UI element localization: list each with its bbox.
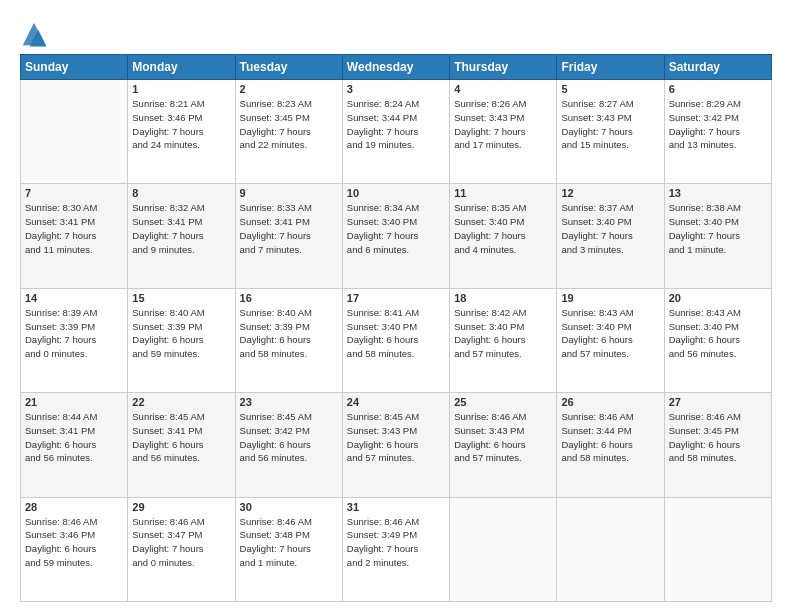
day-cell: 22Sunrise: 8:45 AM Sunset: 3:41 PM Dayli…: [128, 393, 235, 497]
day-cell: 13Sunrise: 8:38 AM Sunset: 3:40 PM Dayli…: [664, 184, 771, 288]
day-cell: 27Sunrise: 8:46 AM Sunset: 3:45 PM Dayli…: [664, 393, 771, 497]
day-number: 14: [25, 292, 123, 304]
day-number: 26: [561, 396, 659, 408]
day-cell: 15Sunrise: 8:40 AM Sunset: 3:39 PM Dayli…: [128, 288, 235, 392]
day-info: Sunrise: 8:32 AM Sunset: 3:41 PM Dayligh…: [132, 201, 230, 256]
day-number: 18: [454, 292, 552, 304]
day-number: 21: [25, 396, 123, 408]
day-number: 4: [454, 83, 552, 95]
header: [20, 16, 772, 48]
header-thursday: Thursday: [450, 55, 557, 80]
logo-icon: [20, 20, 48, 48]
day-cell: 10Sunrise: 8:34 AM Sunset: 3:40 PM Dayli…: [342, 184, 449, 288]
day-info: Sunrise: 8:24 AM Sunset: 3:44 PM Dayligh…: [347, 97, 445, 152]
day-cell: 30Sunrise: 8:46 AM Sunset: 3:48 PM Dayli…: [235, 497, 342, 601]
day-info: Sunrise: 8:46 AM Sunset: 3:46 PM Dayligh…: [25, 515, 123, 570]
header-friday: Friday: [557, 55, 664, 80]
week-row-1: 1Sunrise: 8:21 AM Sunset: 3:46 PM Daylig…: [21, 80, 772, 184]
day-number: 27: [669, 396, 767, 408]
day-cell: 26Sunrise: 8:46 AM Sunset: 3:44 PM Dayli…: [557, 393, 664, 497]
day-number: 10: [347, 187, 445, 199]
day-info: Sunrise: 8:21 AM Sunset: 3:46 PM Dayligh…: [132, 97, 230, 152]
day-cell: 14Sunrise: 8:39 AM Sunset: 3:39 PM Dayli…: [21, 288, 128, 392]
day-info: Sunrise: 8:46 AM Sunset: 3:49 PM Dayligh…: [347, 515, 445, 570]
day-cell: 1Sunrise: 8:21 AM Sunset: 3:46 PM Daylig…: [128, 80, 235, 184]
day-cell: 24Sunrise: 8:45 AM Sunset: 3:43 PM Dayli…: [342, 393, 449, 497]
day-cell: 20Sunrise: 8:43 AM Sunset: 3:40 PM Dayli…: [664, 288, 771, 392]
day-number: 23: [240, 396, 338, 408]
day-cell: 4Sunrise: 8:26 AM Sunset: 3:43 PM Daylig…: [450, 80, 557, 184]
calendar-page: SundayMondayTuesdayWednesdayThursdayFrid…: [0, 0, 792, 612]
day-info: Sunrise: 8:35 AM Sunset: 3:40 PM Dayligh…: [454, 201, 552, 256]
day-info: Sunrise: 8:23 AM Sunset: 3:45 PM Dayligh…: [240, 97, 338, 152]
day-cell: 28Sunrise: 8:46 AM Sunset: 3:46 PM Dayli…: [21, 497, 128, 601]
day-cell: 18Sunrise: 8:42 AM Sunset: 3:40 PM Dayli…: [450, 288, 557, 392]
day-number: 29: [132, 501, 230, 513]
day-number: 25: [454, 396, 552, 408]
day-number: 17: [347, 292, 445, 304]
day-cell: [557, 497, 664, 601]
day-cell: 7Sunrise: 8:30 AM Sunset: 3:41 PM Daylig…: [21, 184, 128, 288]
day-number: 19: [561, 292, 659, 304]
day-info: Sunrise: 8:45 AM Sunset: 3:43 PM Dayligh…: [347, 410, 445, 465]
day-number: 7: [25, 187, 123, 199]
day-number: 13: [669, 187, 767, 199]
day-info: Sunrise: 8:40 AM Sunset: 3:39 PM Dayligh…: [240, 306, 338, 361]
day-number: 8: [132, 187, 230, 199]
day-number: 6: [669, 83, 767, 95]
day-number: 20: [669, 292, 767, 304]
day-cell: 2Sunrise: 8:23 AM Sunset: 3:45 PM Daylig…: [235, 80, 342, 184]
day-cell: [450, 497, 557, 601]
day-info: Sunrise: 8:46 AM Sunset: 3:43 PM Dayligh…: [454, 410, 552, 465]
day-cell: 29Sunrise: 8:46 AM Sunset: 3:47 PM Dayli…: [128, 497, 235, 601]
day-info: Sunrise: 8:43 AM Sunset: 3:40 PM Dayligh…: [561, 306, 659, 361]
day-info: Sunrise: 8:46 AM Sunset: 3:45 PM Dayligh…: [669, 410, 767, 465]
day-info: Sunrise: 8:42 AM Sunset: 3:40 PM Dayligh…: [454, 306, 552, 361]
day-number: 30: [240, 501, 338, 513]
day-number: 24: [347, 396, 445, 408]
day-number: 15: [132, 292, 230, 304]
day-number: 1: [132, 83, 230, 95]
day-info: Sunrise: 8:26 AM Sunset: 3:43 PM Dayligh…: [454, 97, 552, 152]
day-info: Sunrise: 8:34 AM Sunset: 3:40 PM Dayligh…: [347, 201, 445, 256]
header-monday: Monday: [128, 55, 235, 80]
day-number: 11: [454, 187, 552, 199]
day-cell: 3Sunrise: 8:24 AM Sunset: 3:44 PM Daylig…: [342, 80, 449, 184]
day-number: 2: [240, 83, 338, 95]
day-number: 9: [240, 187, 338, 199]
day-info: Sunrise: 8:38 AM Sunset: 3:40 PM Dayligh…: [669, 201, 767, 256]
day-info: Sunrise: 8:29 AM Sunset: 3:42 PM Dayligh…: [669, 97, 767, 152]
day-info: Sunrise: 8:40 AM Sunset: 3:39 PM Dayligh…: [132, 306, 230, 361]
day-cell: 5Sunrise: 8:27 AM Sunset: 3:43 PM Daylig…: [557, 80, 664, 184]
day-number: 16: [240, 292, 338, 304]
day-number: 28: [25, 501, 123, 513]
header-wednesday: Wednesday: [342, 55, 449, 80]
day-info: Sunrise: 8:43 AM Sunset: 3:40 PM Dayligh…: [669, 306, 767, 361]
day-cell: 9Sunrise: 8:33 AM Sunset: 3:41 PM Daylig…: [235, 184, 342, 288]
day-info: Sunrise: 8:44 AM Sunset: 3:41 PM Dayligh…: [25, 410, 123, 465]
day-cell: 16Sunrise: 8:40 AM Sunset: 3:39 PM Dayli…: [235, 288, 342, 392]
day-info: Sunrise: 8:45 AM Sunset: 3:41 PM Dayligh…: [132, 410, 230, 465]
header-sunday: Sunday: [21, 55, 128, 80]
day-info: Sunrise: 8:41 AM Sunset: 3:40 PM Dayligh…: [347, 306, 445, 361]
week-row-2: 7Sunrise: 8:30 AM Sunset: 3:41 PM Daylig…: [21, 184, 772, 288]
week-row-4: 21Sunrise: 8:44 AM Sunset: 3:41 PM Dayli…: [21, 393, 772, 497]
header-saturday: Saturday: [664, 55, 771, 80]
calendar-table: SundayMondayTuesdayWednesdayThursdayFrid…: [20, 54, 772, 602]
day-cell: 8Sunrise: 8:32 AM Sunset: 3:41 PM Daylig…: [128, 184, 235, 288]
calendar-header-row: SundayMondayTuesdayWednesdayThursdayFrid…: [21, 55, 772, 80]
day-number: 12: [561, 187, 659, 199]
day-cell: 19Sunrise: 8:43 AM Sunset: 3:40 PM Dayli…: [557, 288, 664, 392]
day-number: 31: [347, 501, 445, 513]
day-cell: 25Sunrise: 8:46 AM Sunset: 3:43 PM Dayli…: [450, 393, 557, 497]
day-info: Sunrise: 8:46 AM Sunset: 3:48 PM Dayligh…: [240, 515, 338, 570]
day-cell: 6Sunrise: 8:29 AM Sunset: 3:42 PM Daylig…: [664, 80, 771, 184]
day-cell: 31Sunrise: 8:46 AM Sunset: 3:49 PM Dayli…: [342, 497, 449, 601]
day-info: Sunrise: 8:30 AM Sunset: 3:41 PM Dayligh…: [25, 201, 123, 256]
day-info: Sunrise: 8:39 AM Sunset: 3:39 PM Dayligh…: [25, 306, 123, 361]
day-number: 3: [347, 83, 445, 95]
day-info: Sunrise: 8:27 AM Sunset: 3:43 PM Dayligh…: [561, 97, 659, 152]
day-cell: [21, 80, 128, 184]
day-cell: 11Sunrise: 8:35 AM Sunset: 3:40 PM Dayli…: [450, 184, 557, 288]
week-row-5: 28Sunrise: 8:46 AM Sunset: 3:46 PM Dayli…: [21, 497, 772, 601]
